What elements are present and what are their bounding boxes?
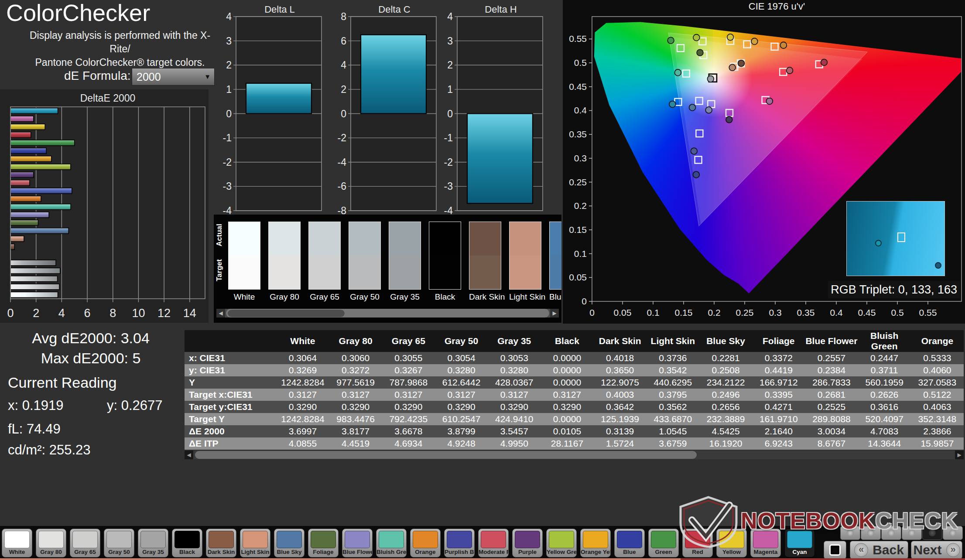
patch-button-green[interactable]: Green [648,529,679,557]
patch-button-black[interactable]: Black [172,529,202,557]
patch-button-red[interactable]: Red [682,529,713,557]
measured-marker [669,101,676,108]
patch-button-yellow-green[interactable]: Yellow Green [546,529,577,557]
row-label: ΔE ITP [185,437,276,450]
table-cell: 428.0367 [488,376,541,389]
table-cell: 792.4235 [382,413,435,425]
mini-button-icon [908,529,915,536]
patch-button-gray-35[interactable]: Gray 35 [138,529,168,557]
strip-scrollbar-thumb[interactable] [228,309,345,317]
patch-button-light-skin[interactable]: Light Skin [240,529,270,557]
avg-de2000: Avg dE2000: 3.04 [13,330,168,347]
patch-button-bluish-green[interactable]: Bluish Green [376,529,407,557]
target-chip [469,256,501,290]
measurement-table: WhiteGray 80Gray 65Gray 50Gray 35BlackDa… [185,330,964,459]
table-cell: 0.2447 [858,352,911,364]
back-button-label: Back [873,543,904,557]
patch-button-label: Bluish Green [376,549,406,555]
back-button[interactable]: « Back [850,541,908,559]
patch-button-blue[interactable]: Blue [614,529,645,557]
table-cell: 520.4097 [858,413,911,425]
current-y: y: 0.2677 [107,398,163,413]
x-tick-label: 0.55 [919,307,937,318]
current-x: x: 0.1919 [8,398,64,413]
subtitle-line1: Display analysis is performed with the X… [22,29,218,56]
scroll-right-icon[interactable]: ▶ [955,451,964,459]
column-header-black: Black [541,330,593,352]
patch-button-label: Blue Sky [274,549,304,555]
table-cell: 0.3127 [276,389,329,401]
table-cell: 0.0000 [541,376,593,389]
measured-marker [697,49,703,56]
y-tick-label: -2 [444,157,453,168]
swatch-label: Gray 50 [349,292,381,302]
y-tick-label: 4 [341,59,346,71]
table-cell: 4.0855 [276,437,329,450]
mini-toolbar-button-3[interactable] [881,526,901,540]
x-tick-label: 0.25 [736,307,754,318]
measured-marker [738,60,745,67]
patch-button-yellow[interactable]: Yellow [716,529,747,557]
patch-button-white[interactable]: White [2,529,32,557]
column-header-light-skin: Light Skin [647,330,699,352]
patch-button-blue-flower[interactable]: Blue Flower [342,529,373,557]
patch-button-cyan[interactable]: Cyan [784,529,815,557]
x-tick-label: 0.2 [708,307,720,318]
bar-dark-skin [10,244,14,249]
patch-button-moderate-red[interactable]: Moderate Red [478,529,509,557]
de-formula-value: 2000 [137,71,161,83]
strip-scrollbar[interactable]: ◀ ▶ [216,309,559,318]
patch-button-gray-50[interactable]: Gray 50 [104,529,134,557]
patch-button-label: Dark Skin [206,549,236,555]
column-header-blue-flower: Blue Flower [805,330,858,352]
patch-button-orange-yellow[interactable]: Orange Yellow [580,529,611,557]
de-formula-dropdown[interactable]: 2000 ▼ [132,68,215,85]
patch-button-gray-80[interactable]: Gray 80 [36,529,66,557]
patch-button-purplish-blue[interactable]: Purplish Blue [444,529,475,557]
measured-marker [726,116,732,123]
patch-button-foliage[interactable]: Foliage [308,529,339,557]
subtitle: Display analysis is performed with the X… [22,29,218,69]
y-tick-label: 0.05 [569,272,587,282]
patch-color-chip [685,531,710,548]
y-tick-label: -4 [338,157,347,168]
scroll-right-icon[interactable]: ▶ [550,309,559,318]
current-fl: fL: 74.49 [8,421,61,437]
scroll-left-icon[interactable]: ◀ [185,451,193,459]
y-tick-label: 3 [226,35,232,47]
de-formula-row: dE Formula: 2000 ▼ [0,67,218,86]
y-tick-label: 1 [447,84,453,95]
patch-button-purple[interactable]: Purple [512,529,543,557]
mini-toolbar-button-2[interactable] [861,526,881,540]
column-header-gray-65: Gray 65 [382,330,435,352]
measured-marker [821,59,828,66]
table-cell: 0.0000 [541,413,593,425]
patch-button-gray-65[interactable]: Gray 65 [70,529,100,557]
column-header-foliage: Foliage [752,330,805,352]
table-scrollbar-thumb[interactable] [195,451,697,459]
table-cell: 0.4003 [594,389,647,401]
compare-swatch-light-skin: Light Skin [509,222,541,302]
patch-button-blue-sky[interactable]: Blue Sky [274,529,305,557]
x-tick-label: 0.4 [830,307,843,318]
y-tick-label: -3 [223,181,232,192]
mini-toolbar-button-4[interactable] [902,526,922,540]
patch-color-chip [106,531,132,548]
next-button[interactable]: Next » [911,541,962,559]
stop-button[interactable] [824,541,846,559]
patch-button-orange[interactable]: Orange [410,529,441,557]
table-cell: 166.9712 [752,376,805,389]
patch-button-magenta[interactable]: Magenta [750,529,781,557]
table-cell: 0.3650 [594,364,647,376]
mini-toolbar-button-6[interactable] [943,526,963,540]
colorchecker-app: ColorChecker Display analysis is perform… [0,0,965,560]
mini-toolbar-button-1[interactable] [840,526,860,540]
patch-color-chip [787,531,812,548]
mini-toolbar-button-5[interactable] [922,526,942,540]
y-tick-label: 0.35 [569,129,587,139]
table-scrollbar[interactable]: ◀ ▶ [185,451,964,459]
scroll-left-icon[interactable]: ◀ [216,309,225,318]
target-chip [228,256,260,290]
table-cell: 0.3290 [276,401,329,413]
patch-button-dark-skin[interactable]: Dark Skin [206,529,236,557]
